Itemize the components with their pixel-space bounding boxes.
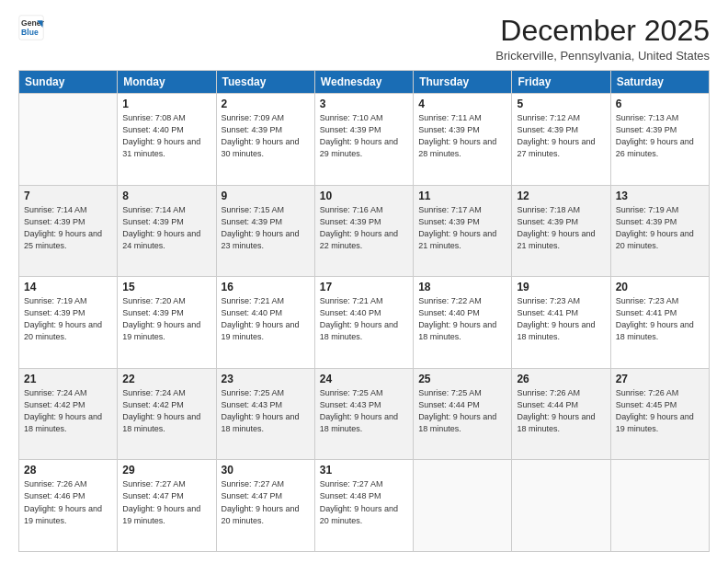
col-header-tuesday: Tuesday (216, 71, 314, 94)
header: General Blue December 2025 Brickerville,… (18, 15, 710, 63)
day-cell: 27Sunrise: 7:26 AMSunset: 4:45 PMDayligh… (610, 368, 709, 460)
day-number: 28 (24, 464, 112, 477)
day-info: Sunrise: 7:24 AMSunset: 4:42 PMDaylight:… (24, 387, 112, 435)
day-cell: 5Sunrise: 7:12 AMSunset: 4:39 PMDaylight… (512, 94, 610, 186)
day-cell (19, 94, 118, 186)
day-info: Sunrise: 7:25 AMSunset: 4:44 PMDaylight:… (418, 387, 506, 435)
day-info: Sunrise: 7:19 AMSunset: 4:39 PMDaylight:… (616, 204, 704, 252)
day-number: 31 (320, 464, 408, 477)
day-info: Sunrise: 7:26 AMSunset: 4:44 PMDaylight:… (517, 387, 605, 435)
day-info: Sunrise: 7:24 AMSunset: 4:42 PMDaylight:… (122, 387, 210, 435)
title-block: December 2025 Brickerville, Pennsylvania… (495, 15, 710, 63)
week-row-5: 28Sunrise: 7:26 AMSunset: 4:46 PMDayligh… (19, 460, 710, 552)
day-cell: 3Sunrise: 7:10 AMSunset: 4:39 PMDaylight… (314, 94, 413, 186)
location: Brickerville, Pennsylvania, United State… (495, 49, 710, 63)
col-header-wednesday: Wednesday (314, 71, 413, 94)
month-title: December 2025 (495, 15, 710, 47)
day-number: 22 (122, 373, 210, 385)
day-info: Sunrise: 7:13 AMSunset: 4:39 PMDaylight:… (616, 112, 704, 160)
day-info: Sunrise: 7:14 AMSunset: 4:39 PMDaylight:… (24, 204, 112, 252)
day-cell: 26Sunrise: 7:26 AMSunset: 4:44 PMDayligh… (512, 368, 610, 460)
day-cell: 18Sunrise: 7:22 AMSunset: 4:40 PMDayligh… (414, 277, 512, 369)
day-cell: 7Sunrise: 7:14 AMSunset: 4:39 PMDaylight… (19, 185, 118, 277)
day-info: Sunrise: 7:14 AMSunset: 4:39 PMDaylight:… (122, 204, 210, 252)
day-cell: 24Sunrise: 7:25 AMSunset: 4:43 PMDayligh… (314, 368, 413, 460)
col-header-thursday: Thursday (414, 71, 512, 94)
day-cell: 25Sunrise: 7:25 AMSunset: 4:44 PMDayligh… (414, 368, 512, 460)
day-number: 25 (418, 373, 506, 385)
day-info: Sunrise: 7:27 AMSunset: 4:47 PMDaylight:… (122, 478, 210, 526)
day-cell (610, 460, 709, 552)
day-number: 24 (320, 373, 408, 385)
day-cell: 4Sunrise: 7:11 AMSunset: 4:39 PMDaylight… (414, 94, 512, 186)
day-number: 6 (616, 98, 704, 110)
day-info: Sunrise: 7:17 AMSunset: 4:39 PMDaylight:… (418, 204, 506, 252)
day-number: 8 (122, 190, 210, 202)
day-number: 4 (418, 98, 506, 110)
day-cell: 19Sunrise: 7:23 AMSunset: 4:41 PMDayligh… (512, 277, 610, 369)
day-info: Sunrise: 7:27 AMSunset: 4:47 PMDaylight:… (222, 478, 310, 526)
day-cell: 10Sunrise: 7:16 AMSunset: 4:39 PMDayligh… (314, 185, 413, 277)
logo-icon: General Blue (18, 15, 44, 40)
header-row: SundayMondayTuesdayWednesdayThursdayFrid… (19, 71, 710, 94)
day-info: Sunrise: 7:21 AMSunset: 4:40 PMDaylight:… (222, 295, 310, 343)
week-row-1: 1Sunrise: 7:08 AMSunset: 4:40 PMDaylight… (19, 94, 710, 186)
day-number: 17 (320, 281, 408, 293)
day-number: 2 (222, 98, 310, 110)
col-header-saturday: Saturday (610, 71, 709, 94)
day-cell (512, 460, 610, 552)
day-number: 10 (320, 190, 408, 202)
day-number: 1 (122, 98, 210, 110)
day-number: 11 (418, 190, 506, 202)
day-cell: 14Sunrise: 7:19 AMSunset: 4:39 PMDayligh… (19, 277, 118, 369)
day-info: Sunrise: 7:20 AMSunset: 4:39 PMDaylight:… (122, 295, 210, 343)
day-number: 9 (222, 190, 310, 202)
day-cell: 9Sunrise: 7:15 AMSunset: 4:39 PMDaylight… (216, 185, 314, 277)
day-cell: 15Sunrise: 7:20 AMSunset: 4:39 PMDayligh… (118, 277, 216, 369)
day-number: 16 (222, 281, 310, 293)
day-number: 27 (616, 373, 704, 385)
day-cell: 12Sunrise: 7:18 AMSunset: 4:39 PMDayligh… (512, 185, 610, 277)
day-info: Sunrise: 7:23 AMSunset: 4:41 PMDaylight:… (616, 295, 704, 343)
day-info: Sunrise: 7:21 AMSunset: 4:40 PMDaylight:… (320, 295, 408, 343)
day-info: Sunrise: 7:16 AMSunset: 4:39 PMDaylight:… (320, 204, 408, 252)
col-header-monday: Monday (118, 71, 216, 94)
logo: General Blue (18, 15, 44, 40)
week-row-2: 7Sunrise: 7:14 AMSunset: 4:39 PMDaylight… (19, 185, 710, 277)
day-number: 15 (122, 281, 210, 293)
svg-text:Blue: Blue (21, 28, 39, 37)
day-info: Sunrise: 7:11 AMSunset: 4:39 PMDaylight:… (418, 112, 506, 160)
day-number: 26 (517, 373, 605, 385)
day-info: Sunrise: 7:25 AMSunset: 4:43 PMDaylight:… (320, 387, 408, 435)
day-info: Sunrise: 7:19 AMSunset: 4:39 PMDaylight:… (24, 295, 112, 343)
day-info: Sunrise: 7:23 AMSunset: 4:41 PMDaylight:… (517, 295, 605, 343)
col-header-friday: Friday (512, 71, 610, 94)
day-cell: 13Sunrise: 7:19 AMSunset: 4:39 PMDayligh… (610, 185, 709, 277)
day-cell (414, 460, 512, 552)
day-info: Sunrise: 7:18 AMSunset: 4:39 PMDaylight:… (517, 204, 605, 252)
day-number: 23 (222, 373, 310, 385)
day-number: 7 (24, 190, 112, 202)
day-number: 18 (418, 281, 506, 293)
day-cell: 11Sunrise: 7:17 AMSunset: 4:39 PMDayligh… (414, 185, 512, 277)
day-info: Sunrise: 7:27 AMSunset: 4:48 PMDaylight:… (320, 478, 408, 526)
day-number: 20 (616, 281, 704, 293)
day-cell: 23Sunrise: 7:25 AMSunset: 4:43 PMDayligh… (216, 368, 314, 460)
day-cell: 31Sunrise: 7:27 AMSunset: 4:48 PMDayligh… (314, 460, 413, 552)
day-number: 13 (616, 190, 704, 202)
day-cell: 8Sunrise: 7:14 AMSunset: 4:39 PMDaylight… (118, 185, 216, 277)
day-cell: 22Sunrise: 7:24 AMSunset: 4:42 PMDayligh… (118, 368, 216, 460)
calendar-table: SundayMondayTuesdayWednesdayThursdayFrid… (18, 70, 710, 552)
day-cell: 1Sunrise: 7:08 AMSunset: 4:40 PMDaylight… (118, 94, 216, 186)
day-info: Sunrise: 7:10 AMSunset: 4:39 PMDaylight:… (320, 112, 408, 160)
day-info: Sunrise: 7:09 AMSunset: 4:39 PMDaylight:… (222, 112, 310, 160)
week-row-3: 14Sunrise: 7:19 AMSunset: 4:39 PMDayligh… (19, 277, 710, 369)
day-cell: 29Sunrise: 7:27 AMSunset: 4:47 PMDayligh… (118, 460, 216, 552)
day-info: Sunrise: 7:25 AMSunset: 4:43 PMDaylight:… (222, 387, 310, 435)
day-number: 3 (320, 98, 408, 110)
col-header-sunday: Sunday (19, 71, 118, 94)
day-info: Sunrise: 7:26 AMSunset: 4:46 PMDaylight:… (24, 478, 112, 526)
day-cell: 6Sunrise: 7:13 AMSunset: 4:39 PMDaylight… (610, 94, 709, 186)
day-cell: 28Sunrise: 7:26 AMSunset: 4:46 PMDayligh… (19, 460, 118, 552)
day-info: Sunrise: 7:26 AMSunset: 4:45 PMDaylight:… (616, 387, 704, 435)
